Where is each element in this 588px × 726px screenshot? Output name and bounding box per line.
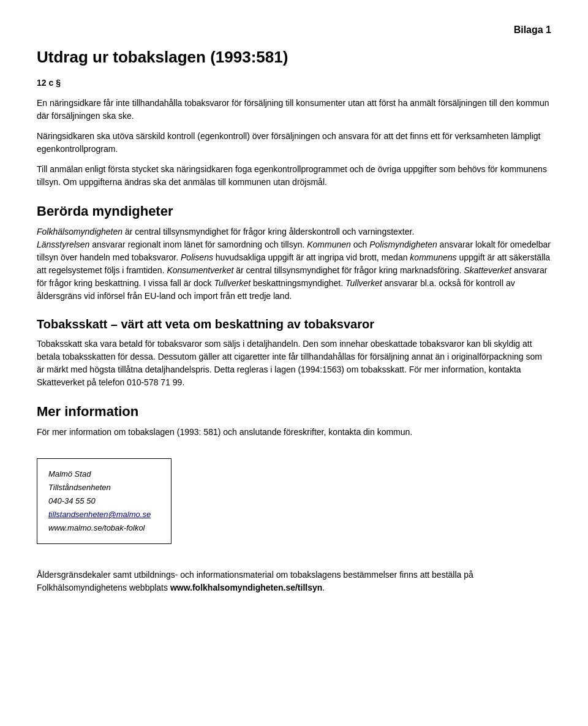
footer-section: Åldersgränsdekaler samt utbildnings- och…: [37, 569, 551, 594]
contact-name: Malmö Stad: [48, 467, 160, 481]
kommunens-text: kommunens: [410, 252, 456, 262]
main-title: Utdrag ur tobakslagen (1993:581): [37, 48, 551, 67]
folkhalsomyndigheten-text: Folkhälsomyndigheten: [37, 227, 123, 236]
footer-website: www.folkhalsomyndigheten.se/tillsyn: [170, 583, 322, 592]
berorda-text-18: beskattningsmyndighet.: [251, 278, 345, 288]
tullverket-text2: Tullverket: [345, 278, 382, 288]
paragraph-1: En näringsidkare får inte tillhandahålla…: [37, 97, 551, 123]
tullverket-text1: Tullverket: [214, 278, 251, 288]
konsumentverket-text: Konsumentverket: [167, 265, 233, 275]
lansstyrelsen-text: Länsstyrelsen: [37, 240, 89, 249]
tobaksskatt-paragraph: Tobaksskatt ska vara betald för tobaksva…: [37, 338, 551, 389]
contact-email-link[interactable]: tillstandsenheten@malmo.se: [48, 510, 151, 519]
bilaga-label: Bilaga 1: [37, 25, 551, 36]
contact-dept: Tillståndsenheten: [48, 481, 160, 494]
contact-email-line: tillstandsenheten@malmo.se: [48, 508, 160, 521]
berorda-text-10: huvudsakliga uppgift är att ingripa vid …: [213, 252, 410, 262]
paragraph-3: Till anmälan enligt första stycket ska n…: [37, 163, 551, 189]
berorda-text-2: är central tillsynsmyndighet för frågor …: [123, 227, 414, 236]
contact-web: www.malmo.se/tobak-folkol: [48, 521, 160, 535]
polisens-text: Polisens: [181, 252, 213, 262]
polismyndigheten-text: Polismyndigheten: [369, 240, 437, 249]
kommunen-text: Kommunen: [307, 240, 351, 249]
contact-box: Malmö Stad Tillståndsenheten 040-34 55 5…: [37, 458, 172, 544]
skatteverket-text: Skatteverket: [464, 265, 511, 275]
contact-phone: 040-34 55 50: [48, 494, 160, 508]
berorda-text-14: är central tillsynsmyndighet för frågor …: [233, 265, 464, 275]
mer-info-paragraph: För mer information om tobakslagen (1993…: [37, 426, 551, 439]
footer-paragraph: Åldersgränsdekaler samt utbildnings- och…: [37, 569, 551, 594]
berorda-text-6: och: [351, 240, 369, 249]
page: Bilaga 1 Utdrag ur tobakslagen (1993:581…: [0, 0, 588, 626]
footer-text-end: .: [322, 583, 325, 592]
heading-berorda: Berörda myndigheter: [37, 203, 551, 219]
section-12c: 12 c §: [37, 77, 551, 89]
heading-mer-information: Mer information: [37, 404, 551, 420]
berorda-text-4: ansvarar regionalt inom länet för samord…: [89, 240, 307, 249]
paragraph-2: Näringsidkaren ska utöva särskild kontro…: [37, 130, 551, 156]
berorda-paragraph: Folkhälsomyndigheten är central tillsyns…: [37, 225, 551, 303]
heading-tobaksskatt: Tobaksskatt – värt att veta om beskattni…: [37, 317, 551, 331]
